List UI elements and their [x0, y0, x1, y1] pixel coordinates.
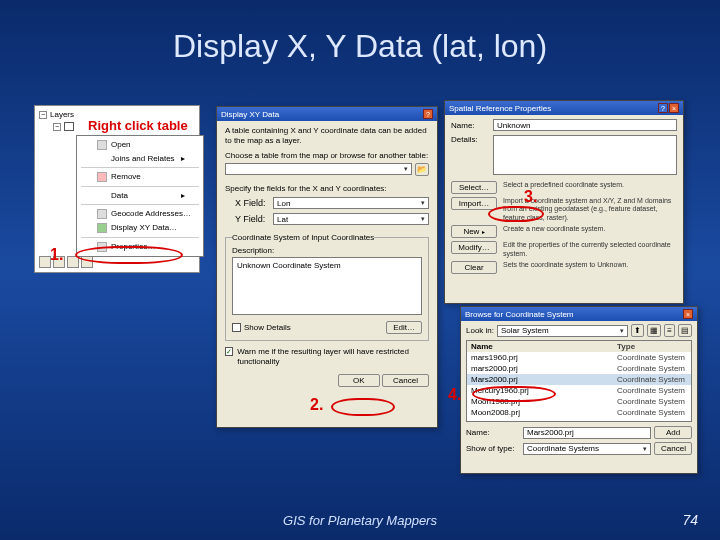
- open-icon: [97, 140, 107, 150]
- bname-field[interactable]: Mars2000.prj: [523, 427, 651, 439]
- menu-geocode[interactable]: Geocode Addresses…: [77, 207, 203, 221]
- lookin-dropdown[interactable]: Solar System▾: [497, 325, 628, 337]
- chevron-down-icon: ▾: [620, 327, 624, 335]
- spatial-ref-dialog: Spatial Reference Properties ? × Name: U…: [444, 100, 684, 304]
- file-name: Moon2008.prj: [471, 408, 617, 417]
- menu-label: Display XY Data…: [111, 223, 177, 232]
- warn-check[interactable]: ✓ Warn me if the resulting layer will ha…: [225, 347, 429, 366]
- menu-label: Joins and Relates: [111, 154, 175, 163]
- modify-desc: Edit the properties of the currently sel…: [503, 241, 677, 258]
- bname-label: Name:: [466, 428, 520, 437]
- xy-choose-table: Choose a table from the map or browse fo…: [225, 151, 429, 160]
- cs-name-field: Unknown: [493, 119, 677, 131]
- list-item[interactable]: Mars2000.prjCoordinate System: [467, 374, 691, 385]
- clear-button[interactable]: Clear: [451, 261, 497, 274]
- list-item[interactable]: mars1960.prjCoordinate System: [467, 352, 691, 363]
- y-field-dropdown[interactable]: Lat▾: [273, 213, 429, 225]
- cancel-button[interactable]: Cancel: [654, 442, 692, 455]
- tree-minus-icon: −: [53, 123, 61, 131]
- new-desc: Create a new coordinate system.: [503, 225, 677, 233]
- xy-intro: A table containing X and Y coordinate da…: [225, 126, 429, 145]
- geocode-icon: [97, 209, 107, 219]
- btype-dropdown[interactable]: Coordinate Systems▾: [523, 443, 651, 455]
- window-title: Display XY Data: [221, 110, 279, 119]
- chevron-right-icon: ▸: [181, 191, 185, 200]
- list-item[interactable]: Moon2008.prjCoordinate System: [467, 407, 691, 418]
- toolbar-icon[interactable]: ▦: [647, 324, 661, 337]
- show-details-label: Show Details: [244, 323, 291, 332]
- menu-open[interactable]: Open: [77, 138, 203, 152]
- x-field-value: Lon: [277, 199, 290, 208]
- table-dropdown[interactable]: ▾: [225, 163, 412, 175]
- remove-icon: [97, 172, 107, 182]
- up-icon[interactable]: ⬆: [631, 324, 644, 337]
- clear-desc: Sets the coordinate system to Unknown.: [503, 261, 677, 269]
- menu-separator: [81, 237, 199, 238]
- file-type: Coordinate System: [617, 364, 687, 373]
- browse-button[interactable]: 📂: [415, 163, 429, 176]
- cs-name-value: Unknown: [497, 121, 530, 130]
- titlebar: Spatial Reference Properties ? ×: [445, 101, 683, 115]
- right-click-label: Right click table: [88, 118, 188, 133]
- btype-value: Coordinate Systems: [527, 444, 599, 453]
- cs-desc-text: Unknown Coordinate System: [237, 261, 341, 270]
- close-icon[interactable]: ×: [683, 309, 693, 319]
- cancel-button[interactable]: Cancel: [382, 374, 429, 387]
- help-icon[interactable]: ?: [658, 103, 668, 113]
- page-number: 74: [682, 512, 698, 528]
- chevron-right-icon: ▸: [482, 229, 485, 235]
- file-name: mars1960.prj: [471, 353, 617, 362]
- chevron-down-icon: ▾: [421, 215, 425, 223]
- window-title: Spatial Reference Properties: [449, 104, 551, 113]
- checkbox-icon: [232, 323, 241, 332]
- file-list[interactable]: NameType mars1960.prjCoordinate System m…: [466, 340, 692, 422]
- menu-joins[interactable]: Joins and Relates▸: [77, 152, 203, 165]
- toolbar-icon[interactable]: ▤: [678, 324, 692, 337]
- toolbar-icon[interactable]: ≡: [664, 324, 675, 337]
- window-title: Browse for Coordinate System: [465, 310, 574, 319]
- show-details-check[interactable]: Show Details: [232, 323, 291, 332]
- lookin-value: Solar System: [501, 326, 549, 335]
- menu-remove[interactable]: Remove: [77, 170, 203, 184]
- menu-separator: [81, 204, 199, 205]
- desc-label: Description:: [232, 246, 422, 255]
- file-type: Coordinate System: [617, 353, 687, 362]
- step-1-label: 1.: [50, 246, 63, 264]
- list-item[interactable]: mars2000.prjCoordinate System: [467, 363, 691, 374]
- y-field-label: Y Field:: [235, 214, 267, 224]
- footer: GIS for Planetary Mappers: [0, 513, 720, 528]
- new-label: New: [463, 227, 479, 236]
- menu-display-xy[interactable]: Display XY Data…: [77, 221, 203, 235]
- close-icon[interactable]: ?: [423, 109, 433, 119]
- menu-label: Open: [111, 140, 131, 149]
- file-type: Coordinate System: [617, 397, 687, 406]
- new-button[interactable]: New ▸: [451, 225, 497, 238]
- close-icon[interactable]: ×: [669, 103, 679, 113]
- tree-minus-icon: −: [39, 111, 47, 119]
- step-4-oval: [472, 386, 556, 402]
- titlebar: Browse for Coordinate System ×: [461, 307, 697, 321]
- add-button[interactable]: Add: [654, 426, 692, 439]
- chevron-down-icon: ▾: [643, 445, 647, 453]
- step-4-label: 4.: [448, 386, 461, 404]
- import-button[interactable]: Import…: [451, 197, 497, 210]
- table-icon: [64, 122, 74, 131]
- cs-desc-box: Unknown Coordinate System: [232, 257, 422, 315]
- xy-icon: [97, 223, 107, 233]
- select-button[interactable]: Select…: [451, 181, 497, 194]
- ok-button[interactable]: OK: [338, 374, 380, 387]
- file-name: Mars2000.prj: [471, 375, 617, 384]
- lookin-label: Look in:: [466, 326, 494, 335]
- file-type: Coordinate System: [617, 375, 687, 384]
- bname-value: Mars2000.prj: [527, 428, 574, 437]
- menu-data[interactable]: Data▸: [77, 189, 203, 202]
- step-3-label: 3.: [524, 188, 537, 206]
- menu-label: Data: [111, 191, 128, 200]
- edit-cs-button[interactable]: Edit…: [386, 321, 422, 334]
- menu-label: Geocode Addresses…: [111, 209, 191, 218]
- file-name: mars2000.prj: [471, 364, 617, 373]
- modify-button[interactable]: Modify…: [451, 241, 497, 254]
- chevron-down-icon: ▾: [421, 199, 425, 207]
- y-field-value: Lat: [277, 215, 288, 224]
- x-field-dropdown[interactable]: Lon▾: [273, 197, 429, 209]
